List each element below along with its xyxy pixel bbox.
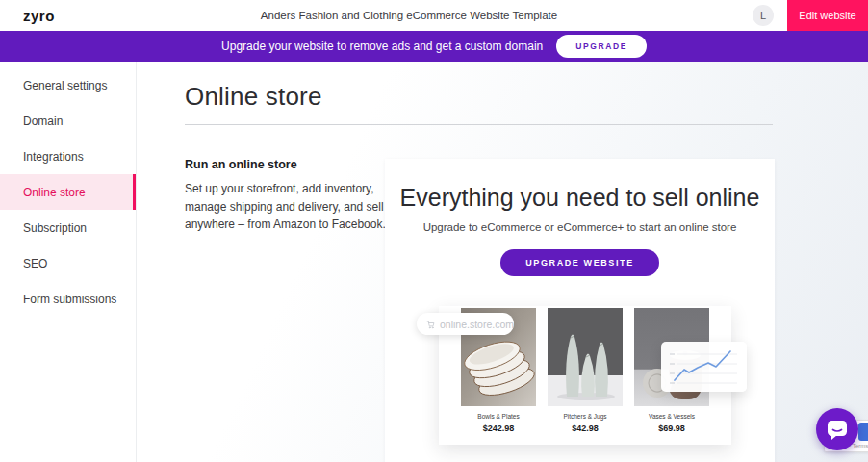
product-name: Vases & Vessels: [633, 413, 710, 420]
product-price: $42.98: [547, 424, 624, 433]
title-divider: [185, 124, 773, 125]
settings-sidebar: General settings Domain Integrations Onl…: [0, 62, 137, 462]
sidebar-item-online-store[interactable]: Online store: [0, 174, 136, 210]
upsell-card: Everything you need to sell online Upgra…: [385, 159, 775, 462]
product-name: Bowls & Plates: [460, 413, 537, 420]
banner-text: Upgrade your website to remove ads and g…: [221, 39, 543, 53]
product-image-pitchers: [548, 308, 623, 406]
line-chart-icon: [661, 342, 747, 392]
sidebar-item-domain[interactable]: Domain: [0, 103, 136, 139]
cart-icon: [426, 319, 435, 330]
store-url-pill: online.store.com: [417, 313, 514, 335]
sidebar-item-integrations[interactable]: Integrations: [0, 139, 136, 174]
product-price: $69.98: [633, 424, 710, 433]
page-title: Online store: [185, 82, 322, 112]
topbar: zyro Anders Fashion and Clothing eCommer…: [0, 0, 868, 31]
banner-upgrade-button[interactable]: UPGRADE: [556, 35, 647, 58]
product-price: $242.98: [460, 424, 537, 433]
site-title: Anders Fashion and Clothing eCommerce We…: [0, 10, 818, 21]
intro-title: Run an online store: [185, 158, 389, 171]
chat-launcher-button[interactable]: [816, 408, 858, 450]
sales-chart-card: [661, 342, 747, 392]
sidebar-item-subscription[interactable]: Subscription: [0, 210, 136, 245]
upgrade-website-button[interactable]: UPGRADE WEBSITE: [500, 249, 659, 276]
user-avatar[interactable]: L: [753, 5, 774, 26]
sidebar-item-form-submissions[interactable]: Form submissions: [0, 281, 136, 317]
upgrade-banner: Upgrade your website to remove ads and g…: [0, 31, 868, 62]
store-url-text: online.store.com: [440, 319, 514, 330]
app-window: zyro Anders Fashion and Clothing eCommer…: [0, 0, 868, 462]
recaptcha-logo-icon: [858, 423, 868, 441]
product-card-pitchers: Pitchers & Jugs $42.98: [547, 308, 624, 445]
intro-section: Run an online store Set up your storefro…: [185, 158, 389, 234]
chat-bubble-icon: [825, 417, 850, 442]
edit-website-button[interactable]: Edit website: [787, 0, 868, 31]
upsell-heading: Everything you need to sell online: [385, 184, 775, 212]
upsell-subheading: Upgrade to eCommerce or eCommerce+ to st…: [385, 221, 775, 233]
sidebar-item-general-settings[interactable]: General settings: [0, 67, 136, 103]
sidebar-item-seo[interactable]: SEO: [0, 245, 136, 281]
intro-description: Set up your storefront, add inventory, m…: [185, 180, 389, 234]
product-name: Pitchers & Jugs: [547, 413, 624, 420]
main-content: Online store Run an online store Set up …: [137, 62, 868, 462]
